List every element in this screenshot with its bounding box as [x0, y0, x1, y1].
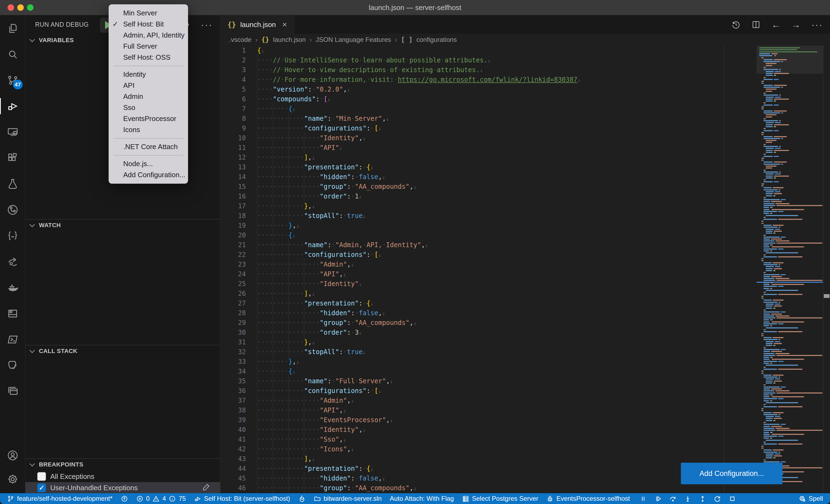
sidebar-item-braces-smiley[interactable]	[0, 223, 25, 249]
code-line[interactable]: 26············],↓	[220, 289, 830, 298]
menu-item[interactable]: Admin	[108, 91, 188, 102]
menu-item[interactable]: Sso	[108, 102, 188, 113]
menu-item[interactable]: ✓Self Host: Bit	[108, 19, 188, 30]
code-line[interactable]: 42················"Icons",↓	[220, 444, 830, 454]
menu-item[interactable]: Node.js...	[108, 158, 188, 169]
sidebar-item-run-and-debug[interactable]	[0, 93, 25, 119]
code-line[interactable]: 5····"version":·"0.2.0",↓	[220, 85, 830, 94]
sidebar-item-source-control[interactable]: 47	[0, 67, 25, 93]
code-line[interactable]: 16················"order":·1↓	[220, 192, 830, 201]
breadcrumb-item[interactable]: JSON Language Features	[316, 36, 391, 43]
code-line[interactable]: 15················"group":·"AA_compounds…	[220, 182, 830, 192]
sidebar-item-containers[interactable]	[0, 301, 25, 327]
menu-item[interactable]: Icons	[108, 124, 188, 135]
breadcrumb[interactable]: .vscode›{}launch.json›JSON Language Feat…	[220, 34, 830, 46]
checkbox[interactable]	[37, 472, 46, 481]
debug-target-status-item[interactable]: Self Host: Bit (server-selfhost)	[194, 495, 290, 502]
menu-item[interactable]: Admin, API, Identity	[108, 30, 188, 41]
postgres-status-item[interactable]: Select Postgres Server	[462, 495, 538, 502]
more-actions-icon[interactable]: ···	[201, 20, 213, 30]
sidebar-item-explorer[interactable]	[0, 15, 25, 41]
sidebar-item-extensions[interactable]	[0, 145, 25, 171]
code-line[interactable]: 13············"presentation":·{↓	[220, 162, 830, 172]
breakpoint-row[interactable]: ✓User-Unhandled Exceptions	[25, 482, 220, 494]
breakpoint-row[interactable]: All Exceptions	[25, 471, 220, 482]
menu-item[interactable]: Self Host: OSS	[108, 52, 188, 63]
editor-more-actions-icon[interactable]: ···	[811, 20, 823, 30]
code-line[interactable]: 17············},↓	[220, 201, 830, 211]
edit-condition-icon[interactable]	[202, 483, 211, 493]
menu-item[interactable]: .NET Core Attach	[108, 141, 188, 152]
auto-attach-status-item[interactable]: Auto Attach: With Flag	[390, 495, 454, 502]
minimap[interactable]	[757, 46, 823, 493]
breadcrumb-item[interactable]: configurations	[416, 36, 457, 43]
code-line[interactable]: 12············],↓	[220, 153, 830, 162]
sidebar-item-powershell[interactable]	[0, 327, 25, 352]
code-line[interactable]: 37················"Admin",↓	[220, 396, 830, 405]
code-line[interactable]: 28················"hidden":·false,↓	[220, 308, 830, 318]
stop-icon[interactable]	[729, 495, 736, 502]
checkbox[interactable]: ✓	[37, 483, 46, 492]
breadcrumb-item[interactable]: launch.json	[273, 36, 306, 43]
menu-item[interactable]: Identity	[108, 69, 188, 80]
navigate-back-icon[interactable]: ←	[771, 20, 780, 30]
code-line[interactable]: 9············"configurations":·[↓	[220, 124, 830, 133]
section-breakpoints[interactable]: BREAKPOINTS	[25, 458, 220, 470]
code-line[interactable]: 7········{↓	[220, 104, 830, 114]
sidebar-item-window-layouts[interactable]	[0, 378, 25, 404]
account-button[interactable]	[0, 443, 25, 467]
code-line[interactable]: 20········{↓	[220, 230, 830, 240]
code-line[interactable]: 39················"EventsProcessor",↓	[220, 415, 830, 425]
code-line[interactable]: 25················"Identity"↓	[220, 279, 830, 289]
code-line[interactable]: 38················"API",↓	[220, 405, 830, 415]
menu-item[interactable]: Min Server	[108, 7, 188, 19]
code-line[interactable]: 30················"order":·3↓	[220, 328, 830, 337]
spell-checker-status-item[interactable]: Spell	[799, 495, 823, 502]
code-line[interactable]: 10················"Identity",↓	[220, 133, 830, 143]
restart-icon[interactable]	[714, 495, 721, 502]
step-into-icon[interactable]	[684, 495, 692, 502]
code-line[interactable]: 43············],↓	[220, 454, 830, 464]
code-line[interactable]: 19········},↓	[220, 221, 830, 230]
breadcrumb-item[interactable]: .vscode	[229, 36, 252, 43]
code-line[interactable]: 8············"name":·"Min·Server",↓	[220, 114, 830, 124]
code-line[interactable]: 4····//·For·more·information,·visit:·htt…	[220, 75, 830, 85]
close-tab-icon[interactable]: ×	[282, 20, 287, 29]
code-line[interactable]: 41················"Sso",↓	[220, 435, 830, 444]
step-over-icon[interactable]	[669, 495, 676, 502]
code-line[interactable]: 27············"presentation":·{↓	[220, 298, 830, 308]
code-line[interactable]: 36············"configurations":·[↓	[220, 386, 830, 396]
menu-item[interactable]: Add Configuration...	[108, 169, 188, 180]
sidebar-item-postgresql[interactable]	[0, 352, 25, 378]
continue-icon[interactable]	[655, 495, 662, 502]
code-line[interactable]: 33········},↓	[220, 357, 830, 367]
code-line[interactable]: 21············"name":·"Admin,·API,·Ident…	[220, 240, 830, 250]
code-line[interactable]: 46················"group":·"AA_compounds…	[220, 483, 830, 493]
settings-button[interactable]	[0, 467, 25, 491]
add-configuration-button[interactable]: Add Configuration...	[681, 463, 783, 484]
problems-status-item[interactable]: 0 4 75	[136, 495, 186, 502]
sidebar-item-remote-explorer[interactable]	[0, 119, 25, 145]
menu-item[interactable]: Full Server	[108, 41, 188, 52]
flame-status-item[interactable]	[298, 495, 306, 502]
code-line[interactable]: 22············"configurations":·[↓	[220, 250, 830, 260]
code-line[interactable]: 6····"compounds":·[↓	[220, 94, 830, 104]
code-line[interactable]: 35············"name":·"Full·Server",↓	[220, 376, 830, 386]
sidebar-item-gitlens[interactable]	[0, 197, 25, 223]
tab-launch-json[interactable]: {} launch.json ×	[220, 15, 294, 34]
code-line[interactable]: 14················"hidden":·false,↓	[220, 172, 830, 182]
solution-status-item[interactable]: bitwarden-server.sln	[314, 495, 382, 502]
step-out-icon[interactable]	[699, 495, 706, 502]
code-line[interactable]: 34········{↓	[220, 367, 830, 376]
code-line[interactable]: 3····//·Hover·to·view·descriptions·of·ex…	[220, 65, 830, 75]
code-line[interactable]: 32············"stopAll":·true↓	[220, 347, 830, 357]
sidebar-item-search[interactable]	[0, 41, 25, 67]
sidebar-item-docker[interactable]	[0, 275, 25, 301]
navigate-forward-icon[interactable]: →	[791, 20, 801, 30]
code-editor[interactable]: 1{↓2····//·Use·IntelliSense·to·learn·abo…	[220, 46, 830, 493]
menu-item[interactable]: API	[108, 80, 188, 91]
code-line[interactable]: 29················"group":·"AA_compounds…	[220, 318, 830, 328]
scrollbar-thumb[interactable]	[824, 294, 829, 298]
code-line[interactable]: 24················"API",↓	[220, 269, 830, 279]
section-watch[interactable]: WATCH	[25, 219, 220, 231]
